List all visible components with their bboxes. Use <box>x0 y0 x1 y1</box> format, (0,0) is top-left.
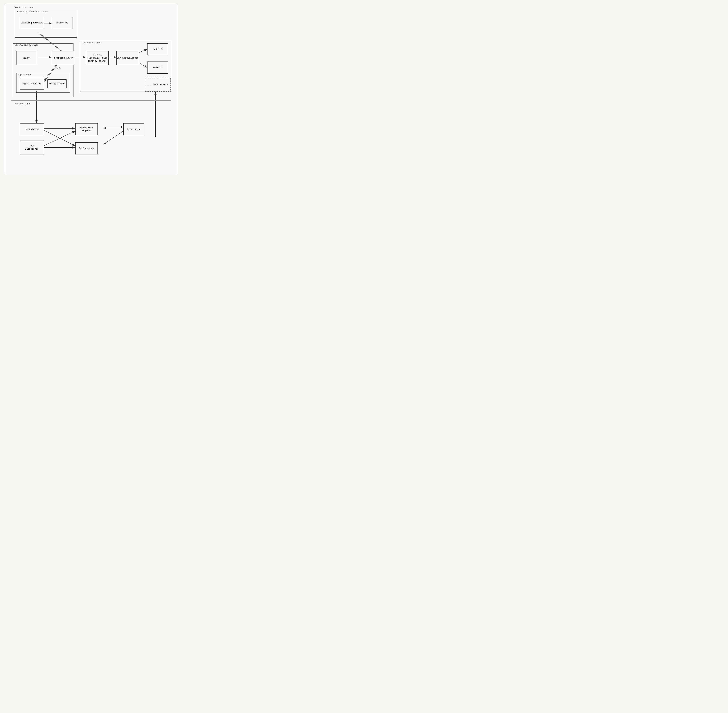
embedding-retrieval-label: Embedding Retrieval Layer <box>17 10 48 13</box>
model-0-box: Model 0 <box>147 43 168 55</box>
diagram-container: Production Land Embedding Retrieval Laye… <box>4 3 178 175</box>
chunking-service-box: Chunking Service <box>19 17 44 29</box>
svg-line-18 <box>44 131 75 146</box>
client-box: Client <box>16 51 37 65</box>
vector-db-box: Vector DB <box>52 17 72 29</box>
svg-line-19 <box>44 130 75 146</box>
datastores-box: Datastores <box>19 123 44 135</box>
agent-layer-label: agent layer <box>18 73 32 76</box>
prompting-layer-box: Prompting Layer <box>52 51 74 65</box>
agent-service-box: Agent Service <box>19 78 44 90</box>
testing-land-label: Testing Land <box>15 103 30 105</box>
observability-label: Observability layer <box>15 44 39 46</box>
section-divider <box>11 100 171 101</box>
svg-line-17 <box>103 131 123 145</box>
test-datastores-box: TestDatastores <box>19 140 44 154</box>
gateway-box: Gateway(Security, ratelimits, cache) <box>86 51 109 65</box>
inference-label: Inference Layer <box>82 42 101 44</box>
production-land-label: Production Land <box>15 6 34 9</box>
more-models-box: ... More Models <box>145 78 171 91</box>
tools-label: Tools <box>55 67 61 69</box>
experiment-engines-box: ExperimentEngines <box>75 123 98 135</box>
finetuning-box: Finetuning <box>123 123 144 135</box>
model-1-box: Model 1 <box>147 61 168 74</box>
integrations-box: integrations <box>48 79 67 88</box>
llm-loadbalancer-box: LLM LoadBalancer <box>116 51 139 65</box>
evaluations-box: Evaluations <box>75 142 98 154</box>
